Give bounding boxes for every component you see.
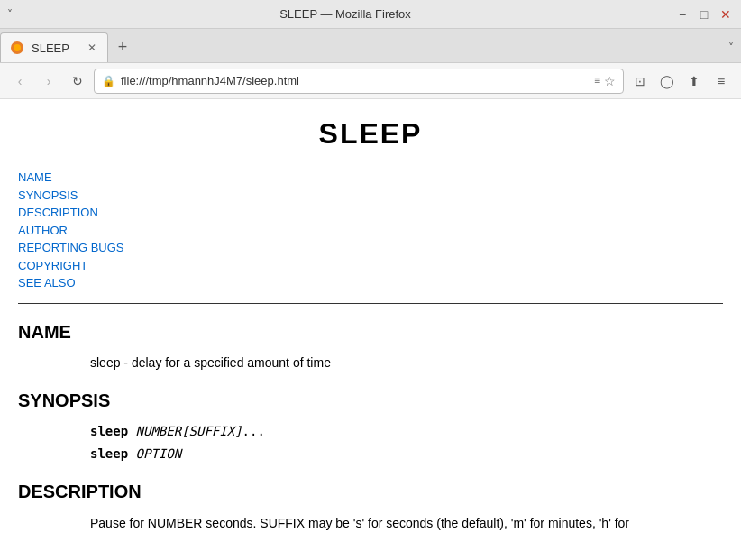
minimize-button[interactable]: − bbox=[674, 6, 691, 23]
titlebar: ˅ SLEEP — Mozilla Firefox − □ ✕ bbox=[0, 0, 741, 29]
page-title: SLEEP bbox=[18, 117, 723, 151]
navbar: ‹ › ↻ 🔒 file:///tmp/hmannhJ4M7/sleep.htm… bbox=[0, 63, 741, 99]
section-heading-name: NAME bbox=[18, 322, 723, 343]
tab-sleep[interactable]: SLEEP ✕ bbox=[0, 32, 108, 62]
toc-link-author[interactable]: AUTHOR bbox=[18, 222, 723, 240]
tabbar: SLEEP ✕ + ˅ bbox=[0, 29, 741, 63]
synopsis-args-1: NUMBER[SUFFIX] bbox=[136, 424, 242, 438]
browser-menu-button[interactable]: ≡ bbox=[709, 69, 734, 94]
nav-extra-buttons: ⊡ ◯ ⬆ ≡ bbox=[627, 69, 734, 94]
synopsis-line-2: sleep OPTION bbox=[90, 445, 723, 464]
firefox-favicon bbox=[10, 41, 24, 55]
close-button[interactable]: ✕ bbox=[718, 6, 734, 23]
synopsis-ellipsis-1: ... bbox=[242, 424, 265, 438]
tab-label: SLEEP bbox=[32, 41, 78, 55]
new-tab-button[interactable]: + bbox=[108, 32, 137, 62]
section-synopsis: SYNOPSIS sleep NUMBER[SUFFIX]... sleep O… bbox=[18, 390, 723, 464]
section-heading-description: DESCRIPTION bbox=[18, 482, 723, 502]
svg-point-1 bbox=[14, 44, 21, 51]
section-content-synopsis: sleep NUMBER[SUFFIX]... sleep OPTION bbox=[90, 422, 723, 464]
lock-icon: 🔒 bbox=[102, 75, 115, 87]
toc-link-description[interactable]: DESCRIPTION bbox=[18, 204, 723, 222]
maximize-button[interactable]: □ bbox=[696, 6, 712, 23]
toc-link-copyright[interactable]: COPYRIGHT bbox=[18, 257, 723, 275]
synopsis-cmd-1: sleep bbox=[90, 424, 136, 438]
address-text: file:///tmp/hmannhJ4M7/sleep.html bbox=[121, 74, 589, 87]
toc-link-reporting-bugs[interactable]: REPORTING BUGS bbox=[18, 239, 723, 257]
reader-view-icon[interactable]: ≡ bbox=[594, 74, 600, 88]
synopsis-line-1: sleep NUMBER[SUFFIX]... bbox=[90, 422, 723, 441]
toc-link-see-also[interactable]: SEE ALSO bbox=[18, 274, 723, 292]
window-title: SLEEP — Mozilla Firefox bbox=[16, 7, 674, 21]
reload-button[interactable]: ↻ bbox=[65, 69, 90, 94]
description-text: Pause for NUMBER seconds. SUFFIX may be … bbox=[90, 513, 723, 533]
back-button[interactable]: ‹ bbox=[7, 69, 32, 94]
section-description: DESCRIPTION Pause for NUMBER seconds. SU… bbox=[18, 482, 723, 533]
tabbar-menu-button[interactable]: ˅ bbox=[721, 32, 741, 62]
account-button[interactable]: ◯ bbox=[654, 69, 680, 94]
address-bar[interactable]: 🔒 file:///tmp/hmannhJ4M7/sleep.html ≡ ☆ bbox=[94, 69, 624, 94]
pocket-button[interactable]: ⊡ bbox=[627, 69, 653, 94]
tab-close-button[interactable]: ✕ bbox=[86, 40, 98, 56]
window-controls: − □ ✕ bbox=[674, 6, 734, 23]
section-content-name: sleep - delay for a specified amount of … bbox=[90, 353, 723, 372]
browser-window: ˅ SLEEP — Mozilla Firefox − □ ✕ SLEEP ✕ … bbox=[0, 0, 741, 560]
address-bar-icons: ≡ ☆ bbox=[594, 74, 616, 88]
synopsis-args-2: OPTION bbox=[136, 446, 182, 461]
name-description: sleep - delay for a specified amount of … bbox=[90, 355, 331, 370]
toc-link-synopsis[interactable]: SYNOPSIS bbox=[18, 187, 723, 205]
page-content: SLEEP NAME SYNOPSIS DESCRIPTION AUTHOR R… bbox=[0, 99, 741, 560]
section-content-description: Pause for NUMBER seconds. SUFFIX may be … bbox=[90, 513, 723, 533]
section-name: NAME sleep - delay for a specified amoun… bbox=[18, 322, 723, 372]
toc-link-name[interactable]: NAME bbox=[18, 169, 723, 187]
forward-button[interactable]: › bbox=[36, 69, 61, 94]
window-menu-chevron[interactable]: ˅ bbox=[7, 8, 13, 21]
section-heading-synopsis: SYNOPSIS bbox=[18, 390, 723, 411]
synopsis-cmd-2: sleep bbox=[90, 446, 136, 461]
share-button[interactable]: ⬆ bbox=[682, 69, 707, 94]
bookmark-icon[interactable]: ☆ bbox=[604, 74, 616, 88]
section-divider bbox=[18, 303, 723, 304]
table-of-contents: NAME SYNOPSIS DESCRIPTION AUTHOR REPORTI… bbox=[18, 169, 723, 292]
